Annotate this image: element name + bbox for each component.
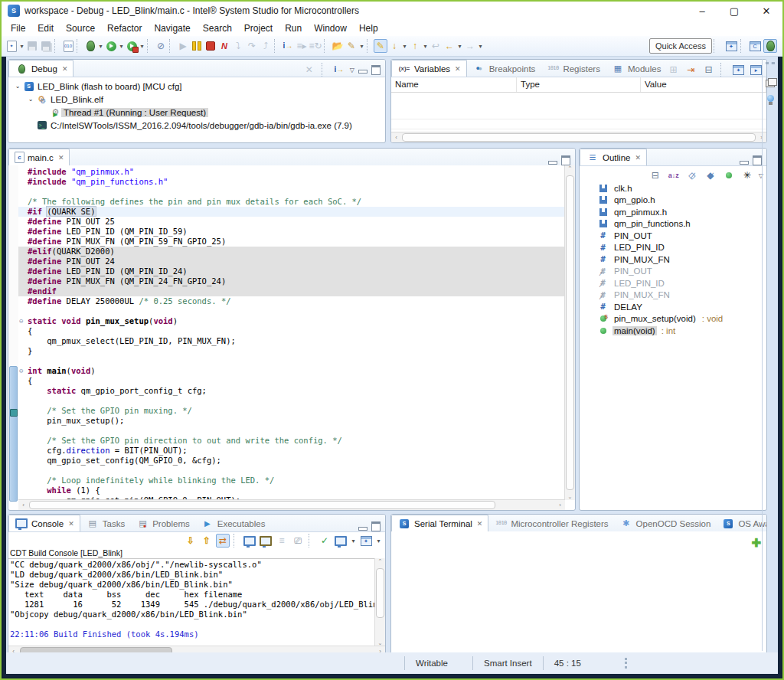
- menu-search[interactable]: Search: [197, 21, 238, 35]
- hide-static-icon[interactable]: ◆̷: [704, 168, 717, 182]
- menu-run[interactable]: Run: [279, 21, 308, 35]
- resume-icon[interactable]: ▶: [176, 39, 190, 53]
- menu-project[interactable]: Project: [238, 21, 279, 35]
- minimize-view-icon[interactable]: [358, 527, 368, 531]
- editor-marker-bar[interactable]: [8, 165, 19, 500]
- mark-occurrences-icon[interactable]: ✎: [374, 39, 387, 53]
- cpp-perspective-icon[interactable]: C: [748, 39, 762, 53]
- close-tab-icon[interactable]: ✕: [68, 520, 74, 528]
- tab-openocd-session[interactable]: ✱OpenOCD Session: [614, 515, 717, 531]
- minimize-view-icon[interactable]: [548, 161, 557, 165]
- pin-console-icon[interactable]: ✓: [318, 534, 332, 548]
- fold-marker-icon[interactable]: ⊖: [19, 367, 23, 374]
- scroll-lock-toggle-icon[interactable]: ⇄: [216, 534, 230, 548]
- terminate-icon[interactable]: [204, 39, 217, 53]
- column-header-name[interactable]: Name: [391, 77, 517, 92]
- profile-icon[interactable]: [125, 39, 139, 53]
- close-tab-icon[interactable]: ✕: [477, 520, 483, 528]
- tab-registers[interactable]: 1010Registers: [541, 60, 606, 77]
- step-over-icon[interactable]: ↷: [245, 39, 259, 53]
- menu-navigate[interactable]: Navigate: [148, 21, 196, 35]
- maximize-button[interactable]: ▢: [718, 2, 750, 20]
- menu-refactor[interactable]: Refactor: [101, 21, 148, 35]
- tree-item[interactable]: ⌄⚙⚙LED_Blink.elf: [8, 93, 385, 106]
- open-element-icon[interactable]: 📂: [331, 39, 345, 53]
- display-console-dropdown-icon[interactable]: ▾: [350, 538, 357, 544]
- tab-modules[interactable]: ▦Modules: [606, 60, 666, 77]
- clear-console-icon[interactable]: ⎚: [291, 534, 305, 548]
- minimize-view-icon[interactable]: [358, 70, 368, 74]
- open-perspective-icon[interactable]: ✦: [724, 39, 738, 53]
- outline-item[interactable]: #LED_PIN_ID: [580, 242, 766, 254]
- tree-item[interactable]: ⚙▶Thread #1 (Running : User Request): [8, 106, 385, 119]
- outline-item[interactable]: clk.h: [580, 182, 766, 195]
- menu-edit[interactable]: Edit: [31, 21, 60, 35]
- new-wizard-dropdown-icon[interactable]: ▾: [18, 43, 25, 50]
- tab-tasks[interactable]: ▤Tasks: [80, 515, 130, 531]
- display-console-icon[interactable]: [334, 534, 348, 548]
- suspend-icon[interactable]: [190, 39, 204, 53]
- view-menu-icon[interactable]: ▽: [350, 67, 354, 74]
- tab-serial-terminal[interactable]: SSerial Terminal✕: [391, 515, 488, 531]
- restore-views-icon[interactable]: [766, 80, 775, 87]
- tab-outline[interactable]: ☰ Outline ✕: [580, 149, 647, 165]
- restart-icon[interactable]: ≡↻: [309, 39, 322, 53]
- console-vertical-scrollbar[interactable]: ⌃ ⌄: [374, 558, 385, 646]
- cheat-sheet-icon[interactable]: [767, 95, 774, 102]
- instruction-step-view-icon[interactable]: i→: [332, 63, 346, 77]
- disconnect-icon[interactable]: N: [217, 39, 231, 53]
- hide-non-public-icon[interactable]: [722, 168, 736, 182]
- word-wrap-icon[interactable]: ≡: [275, 534, 289, 548]
- hide-inactive-icon[interactable]: ✳: [740, 168, 754, 182]
- column-header-value[interactable]: Value: [641, 77, 766, 92]
- show-logical-structure-icon[interactable]: ⊞: [666, 63, 680, 77]
- expander-icon[interactable]: ⌄: [26, 96, 35, 103]
- new-binary-icon[interactable]: 010: [61, 39, 75, 53]
- previous-console-icon[interactable]: ⇧: [200, 534, 214, 548]
- tab-variables[interactable]: (x)=Variables✕: [391, 60, 467, 77]
- outline-item[interactable]: Spin_mux_setup(void) : void: [580, 313, 766, 325]
- tree-item[interactable]: >_C:/IntelSWTools/ISSM_2016.2.094/tools/…: [8, 119, 385, 132]
- step-filters-icon[interactable]: ≡▸: [295, 39, 309, 53]
- tab-microcontroller-registers[interactable]: 1010Microcontroller Registers: [488, 515, 613, 531]
- back-dropdown-icon[interactable]: ▾: [456, 43, 463, 50]
- outline-item[interactable]: #DELAY: [580, 301, 766, 313]
- menu-file[interactable]: File: [5, 21, 31, 35]
- skip-breakpoints-icon[interactable]: ⊘: [154, 39, 168, 53]
- instruction-stepping-icon[interactable]: i→: [281, 39, 295, 53]
- tab-os-awareness[interactable]: SOS Awareness: [716, 515, 767, 531]
- new-view-icon[interactable]: ✦: [731, 63, 745, 77]
- save-icon[interactable]: [25, 39, 39, 53]
- open-console-dropdown-icon[interactable]: ▾: [375, 538, 382, 544]
- forward-dropdown-icon[interactable]: ▾: [477, 43, 484, 50]
- pin-view-icon[interactable]: ▸: [749, 63, 763, 77]
- outline-item[interactable]: qm_pinmux.h: [580, 206, 766, 218]
- close-button[interactable]: ✕: [750, 2, 782, 20]
- maximize-view-icon[interactable]: [753, 155, 762, 165]
- code-area[interactable]: #include "qm_pinmux.h"#include "qm_pin_f…: [18, 165, 565, 500]
- next-annotation-dropdown-icon[interactable]: ▾: [401, 43, 408, 50]
- close-tab-icon[interactable]: ✕: [635, 154, 641, 162]
- outline-item[interactable]: #PIN_OUT: [580, 230, 766, 242]
- editor-vertical-scrollbar[interactable]: ⌃ ⌄: [564, 165, 575, 500]
- debug-perspective-icon[interactable]: [763, 39, 777, 53]
- outline-item[interactable]: main(void) : int: [580, 325, 766, 337]
- quick-access-box[interactable]: Quick Access: [649, 38, 712, 54]
- minimize-view-icon[interactable]: [740, 161, 749, 165]
- next-console-icon[interactable]: ⇩: [184, 534, 198, 548]
- close-tab-icon[interactable]: ✕: [62, 65, 68, 73]
- save-all-icon[interactable]: [39, 39, 53, 53]
- outline-item[interactable]: #∕LED_PIN_ID: [580, 277, 766, 289]
- debug-icon[interactable]: [83, 39, 97, 53]
- sort-icon[interactable]: a↓z: [667, 168, 681, 182]
- forward-icon[interactable]: →: [463, 39, 477, 53]
- run-dropdown-icon[interactable]: ▾: [118, 43, 125, 50]
- outline-item[interactable]: qm_gpio.h: [580, 195, 766, 207]
- previous-annotation-icon[interactable]: ↑: [408, 39, 422, 53]
- menu-help[interactable]: Help: [353, 21, 384, 35]
- step-return-icon[interactable]: ⤴: [259, 39, 273, 53]
- outline-item[interactable]: #∕PIN_MUX_FN: [580, 289, 766, 302]
- console-output[interactable]: "CC debug/quark_d2000/x86/obj/"."/newlib…: [8, 558, 385, 646]
- outline-item[interactable]: #∕PIN_OUT: [580, 266, 766, 278]
- show-console-when-out-icon[interactable]: [243, 534, 256, 548]
